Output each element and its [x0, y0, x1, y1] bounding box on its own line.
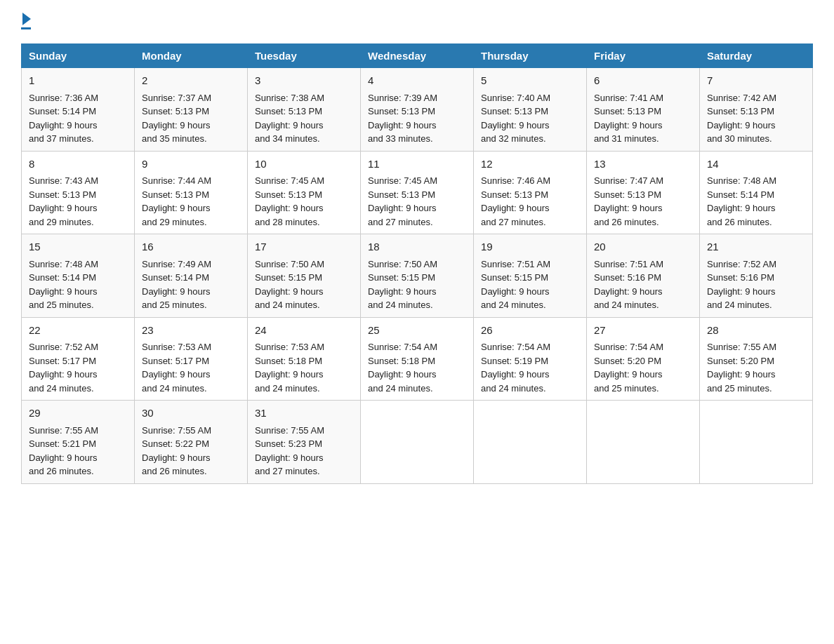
col-header-tuesday: Tuesday: [248, 44, 361, 68]
day-number: 13: [594, 156, 692, 173]
calendar-cell: 30Sunrise: 7:55 AMSunset: 5:22 PMDayligh…: [135, 401, 248, 484]
day-number: 15: [29, 239, 127, 255]
calendar-cell: [700, 401, 813, 484]
day-info: Sunrise: 7:55 AMSunset: 5:22 PMDaylight:…: [142, 425, 211, 477]
day-info: Sunrise: 7:51 AMSunset: 5:15 PMDaylight:…: [481, 259, 550, 311]
day-info: Sunrise: 7:48 AMSunset: 5:14 PMDaylight:…: [29, 259, 98, 311]
day-number: 16: [142, 239, 240, 255]
day-info: Sunrise: 7:46 AMSunset: 5:13 PMDaylight:…: [481, 175, 550, 227]
day-number: 23: [142, 323, 240, 339]
day-number: 4: [368, 73, 466, 89]
day-info: Sunrise: 7:43 AMSunset: 5:13 PMDaylight:…: [29, 175, 98, 227]
day-info: Sunrise: 7:44 AMSunset: 5:13 PMDaylight:…: [142, 175, 211, 227]
calendar-cell: 27Sunrise: 7:54 AMSunset: 5:20 PMDayligh…: [587, 317, 700, 401]
day-number: 24: [255, 323, 353, 339]
day-number: 5: [481, 73, 579, 89]
day-info: Sunrise: 7:53 AMSunset: 5:17 PMDaylight:…: [142, 342, 211, 394]
col-header-monday: Monday: [135, 44, 248, 68]
calendar-week-row: 8Sunrise: 7:43 AMSunset: 5:13 PMDaylight…: [22, 151, 813, 234]
calendar-cell: 26Sunrise: 7:54 AMSunset: 5:19 PMDayligh…: [474, 317, 587, 401]
day-number: 22: [29, 323, 127, 339]
page-header: [21, 14, 813, 29]
day-number: 17: [255, 239, 353, 255]
day-info: Sunrise: 7:40 AMSunset: 5:13 PMDaylight:…: [481, 93, 550, 145]
day-number: 11: [368, 156, 466, 173]
day-info: Sunrise: 7:45 AMSunset: 5:13 PMDaylight:…: [255, 175, 324, 227]
day-info: Sunrise: 7:54 AMSunset: 5:18 PMDaylight:…: [368, 342, 437, 394]
day-number: 10: [255, 156, 353, 173]
calendar-cell: 28Sunrise: 7:55 AMSunset: 5:20 PMDayligh…: [700, 317, 813, 401]
logo-underline: [21, 27, 31, 29]
day-number: 6: [594, 73, 692, 89]
calendar-cell: 31Sunrise: 7:55 AMSunset: 5:23 PMDayligh…: [248, 401, 361, 484]
day-info: Sunrise: 7:42 AMSunset: 5:13 PMDaylight:…: [707, 93, 776, 145]
calendar-week-row: 1Sunrise: 7:36 AMSunset: 5:14 PMDaylight…: [22, 68, 813, 152]
calendar-cell: 9Sunrise: 7:44 AMSunset: 5:13 PMDaylight…: [135, 151, 248, 234]
day-number: 29: [29, 405, 127, 422]
calendar-cell: 4Sunrise: 7:39 AMSunset: 5:13 PMDaylight…: [361, 68, 474, 152]
day-info: Sunrise: 7:54 AMSunset: 5:20 PMDaylight:…: [594, 342, 663, 394]
calendar-cell: [474, 401, 587, 484]
day-info: Sunrise: 7:52 AMSunset: 5:17 PMDaylight:…: [29, 342, 98, 394]
calendar-cell: 22Sunrise: 7:52 AMSunset: 5:17 PMDayligh…: [22, 317, 135, 401]
day-number: 8: [29, 156, 127, 173]
col-header-saturday: Saturday: [700, 44, 813, 68]
day-info: Sunrise: 7:53 AMSunset: 5:18 PMDaylight:…: [255, 342, 324, 394]
calendar-cell: 14Sunrise: 7:48 AMSunset: 5:14 PMDayligh…: [700, 151, 813, 234]
calendar-header-row: SundayMondayTuesdayWednesdayThursdayFrid…: [22, 44, 813, 68]
calendar-cell: 10Sunrise: 7:45 AMSunset: 5:13 PMDayligh…: [248, 151, 361, 234]
day-number: 21: [707, 239, 805, 255]
calendar-week-row: 29Sunrise: 7:55 AMSunset: 5:21 PMDayligh…: [22, 401, 813, 484]
day-number: 18: [368, 239, 466, 255]
logo: [21, 14, 31, 29]
calendar-cell: 5Sunrise: 7:40 AMSunset: 5:13 PMDaylight…: [474, 68, 587, 152]
day-info: Sunrise: 7:39 AMSunset: 5:13 PMDaylight:…: [368, 93, 437, 145]
calendar-cell: 1Sunrise: 7:36 AMSunset: 5:14 PMDaylight…: [22, 68, 135, 152]
day-info: Sunrise: 7:51 AMSunset: 5:16 PMDaylight:…: [594, 259, 663, 311]
calendar-cell: 20Sunrise: 7:51 AMSunset: 5:16 PMDayligh…: [587, 234, 700, 318]
day-number: 9: [142, 156, 240, 173]
day-info: Sunrise: 7:52 AMSunset: 5:16 PMDaylight:…: [707, 259, 776, 311]
day-info: Sunrise: 7:55 AMSunset: 5:23 PMDaylight:…: [255, 425, 324, 477]
col-header-sunday: Sunday: [22, 44, 135, 68]
calendar-table: SundayMondayTuesdayWednesdayThursdayFrid…: [21, 43, 813, 484]
day-number: 25: [368, 323, 466, 339]
calendar-cell: 16Sunrise: 7:49 AMSunset: 5:14 PMDayligh…: [135, 234, 248, 318]
day-number: 7: [707, 73, 805, 89]
day-info: Sunrise: 7:50 AMSunset: 5:15 PMDaylight:…: [368, 259, 437, 311]
day-info: Sunrise: 7:47 AMSunset: 5:13 PMDaylight:…: [594, 175, 663, 227]
day-number: 2: [142, 73, 240, 89]
calendar-week-row: 22Sunrise: 7:52 AMSunset: 5:17 PMDayligh…: [22, 317, 813, 401]
day-info: Sunrise: 7:55 AMSunset: 5:21 PMDaylight:…: [29, 425, 98, 477]
day-info: Sunrise: 7:38 AMSunset: 5:13 PMDaylight:…: [255, 93, 324, 145]
day-number: 1: [29, 73, 127, 89]
day-info: Sunrise: 7:45 AMSunset: 5:13 PMDaylight:…: [368, 175, 437, 227]
calendar-cell: 23Sunrise: 7:53 AMSunset: 5:17 PMDayligh…: [135, 317, 248, 401]
col-header-wednesday: Wednesday: [361, 44, 474, 68]
calendar-cell: 7Sunrise: 7:42 AMSunset: 5:13 PMDaylight…: [700, 68, 813, 152]
calendar-cell: 12Sunrise: 7:46 AMSunset: 5:13 PMDayligh…: [474, 151, 587, 234]
day-info: Sunrise: 7:41 AMSunset: 5:13 PMDaylight:…: [594, 93, 663, 145]
day-info: Sunrise: 7:49 AMSunset: 5:14 PMDaylight:…: [142, 259, 211, 311]
calendar-cell: 2Sunrise: 7:37 AMSunset: 5:13 PMDaylight…: [135, 68, 248, 152]
calendar-cell: 8Sunrise: 7:43 AMSunset: 5:13 PMDaylight…: [22, 151, 135, 234]
calendar-cell: 13Sunrise: 7:47 AMSunset: 5:13 PMDayligh…: [587, 151, 700, 234]
logo-arrow-icon: [22, 13, 31, 25]
day-number: 31: [255, 405, 353, 422]
day-number: 3: [255, 73, 353, 89]
calendar-cell: 29Sunrise: 7:55 AMSunset: 5:21 PMDayligh…: [22, 401, 135, 484]
calendar-cell: 19Sunrise: 7:51 AMSunset: 5:15 PMDayligh…: [474, 234, 587, 318]
day-number: 27: [594, 323, 692, 339]
day-info: Sunrise: 7:55 AMSunset: 5:20 PMDaylight:…: [707, 342, 776, 394]
calendar-cell: 15Sunrise: 7:48 AMSunset: 5:14 PMDayligh…: [22, 234, 135, 318]
day-number: 30: [142, 405, 240, 422]
calendar-cell: 18Sunrise: 7:50 AMSunset: 5:15 PMDayligh…: [361, 234, 474, 318]
calendar-cell: 17Sunrise: 7:50 AMSunset: 5:15 PMDayligh…: [248, 234, 361, 318]
day-info: Sunrise: 7:48 AMSunset: 5:14 PMDaylight:…: [707, 175, 776, 227]
day-number: 12: [481, 156, 579, 173]
calendar-cell: 3Sunrise: 7:38 AMSunset: 5:13 PMDaylight…: [248, 68, 361, 152]
calendar-cell: 11Sunrise: 7:45 AMSunset: 5:13 PMDayligh…: [361, 151, 474, 234]
day-info: Sunrise: 7:36 AMSunset: 5:14 PMDaylight:…: [29, 93, 98, 145]
day-number: 20: [594, 239, 692, 255]
col-header-friday: Friday: [587, 44, 700, 68]
